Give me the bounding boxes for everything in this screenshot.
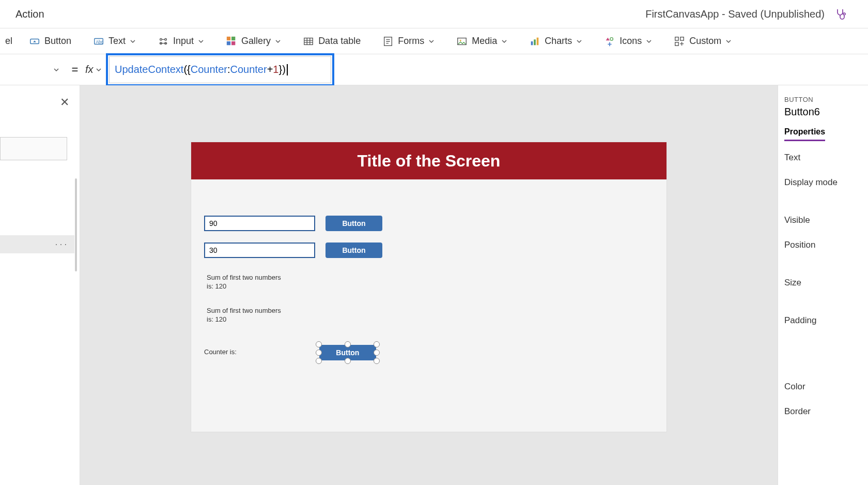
chevron-down-icon <box>428 38 435 44</box>
chevron-down-icon <box>576 38 582 44</box>
scrollbar[interactable] <box>75 178 77 271</box>
insert-forms-label: Forms <box>398 36 424 47</box>
insert-gallery[interactable]: Gallery <box>223 34 284 49</box>
resize-handle[interactable] <box>374 341 380 347</box>
svg-rect-17 <box>534 39 536 45</box>
prop-visible[interactable]: Visible <box>784 215 862 225</box>
svg-rect-16 <box>531 41 533 45</box>
formula-token-close: }) <box>278 64 285 75</box>
insert-custom-label: Custom <box>689 36 721 47</box>
resize-handle[interactable] <box>316 358 322 364</box>
resize-handle[interactable] <box>316 350 322 356</box>
resize-handle[interactable] <box>374 358 380 364</box>
formula-token-var: Counter <box>230 64 267 75</box>
svg-rect-9 <box>231 36 235 40</box>
app-screen[interactable]: Title of the Screen Button Button Sum of… <box>191 142 667 432</box>
menu-action[interactable]: Action <box>10 8 44 20</box>
left-tree-pane: ✕ · · · <box>0 85 80 485</box>
chevron-down-icon <box>275 38 281 44</box>
insert-toolbar: el Button Abc Text Input Gallery Data ta… <box>0 28 868 54</box>
insert-media-label: Media <box>472 36 497 47</box>
insert-button-label: Button <box>44 36 71 47</box>
property-selector[interactable] <box>0 59 65 81</box>
svg-rect-12 <box>304 38 313 44</box>
insert-forms[interactable]: Forms <box>379 34 438 49</box>
insert-charts[interactable]: Charts <box>526 34 585 49</box>
prop-position[interactable]: Position <box>784 240 862 250</box>
prop-border[interactable]: Border <box>784 406 862 417</box>
insert-gallery-label: Gallery <box>241 36 271 47</box>
svg-point-15 <box>460 39 461 41</box>
prop-padding[interactable]: Padding <box>784 315 862 326</box>
tree-search-input[interactable] <box>0 137 67 160</box>
insert-input-label: Input <box>173 36 194 47</box>
prop-text[interactable]: Text <box>784 153 862 163</box>
stethoscope-icon[interactable] <box>835 8 847 20</box>
resize-handle[interactable] <box>316 341 322 347</box>
canvas-button-1[interactable]: Button <box>326 216 382 231</box>
insert-charts-label: Charts <box>545 36 572 47</box>
resize-handle[interactable] <box>374 350 380 356</box>
selected-control[interactable]: Button <box>319 345 376 360</box>
chevron-down-icon <box>646 38 652 44</box>
control-name: Button6 <box>784 106 862 118</box>
icons-icon <box>604 36 615 47</box>
insert-datatable[interactable]: Data table <box>300 34 364 49</box>
sum-label-2: Sum of first two numbers is: 120 <box>207 307 284 324</box>
editor-body: ✕ · · · Title of the Screen Button Butto… <box>0 85 868 485</box>
insert-datatable-label: Data table <box>318 36 361 47</box>
svg-point-5 <box>165 38 167 40</box>
formula-bar: = fx UpdateContext({Counter: Counter + 1… <box>0 54 868 85</box>
chevron-down-icon <box>130 38 136 44</box>
canvas-button-2[interactable]: Button <box>326 242 382 258</box>
fx-text: fx <box>85 64 94 75</box>
formula-token-field: Counter <box>191 64 227 75</box>
resize-handle[interactable] <box>345 358 351 364</box>
text-input-1[interactable] <box>204 216 315 231</box>
tree-selected-item[interactable]: · · · <box>0 235 74 253</box>
svg-rect-20 <box>675 37 678 40</box>
formula-highlight-annotation: UpdateContext({Counter: Counter + 1}) <box>106 53 334 86</box>
formula-token-num: 1 <box>273 64 278 75</box>
media-icon <box>456 36 468 47</box>
ellipsis-icon[interactable]: · · · <box>55 240 67 249</box>
text-input-2[interactable] <box>204 242 315 258</box>
chevron-down-icon <box>198 38 204 44</box>
insert-button[interactable]: Button <box>26 34 74 49</box>
svg-rect-22 <box>675 42 678 45</box>
properties-tab[interactable]: Properties <box>784 127 825 141</box>
prop-size[interactable]: Size <box>784 278 862 288</box>
svg-text:Abc: Abc <box>96 39 103 44</box>
counter-label: Counter is: <box>204 348 237 357</box>
input-icon <box>158 36 169 47</box>
properties-pane: BUTTON Button6 Properties Text Display m… <box>778 85 868 485</box>
text-caret <box>287 64 288 75</box>
app-status: FirstCanvasApp - Saved (Unpublished) <box>645 8 825 20</box>
chevron-down-icon <box>96 67 102 73</box>
chevron-down-icon <box>725 38 732 44</box>
insert-custom[interactable]: Custom <box>671 34 735 49</box>
toolbar-left-fragment: el <box>5 36 10 47</box>
svg-rect-8 <box>227 36 230 40</box>
prop-color[interactable]: Color <box>784 382 862 392</box>
svg-rect-21 <box>680 37 684 40</box>
insert-input[interactable]: Input <box>154 34 207 49</box>
formula-input[interactable]: UpdateContext({Counter: Counter + 1}) <box>109 56 331 83</box>
fx-label[interactable]: fx <box>85 64 106 75</box>
svg-point-4 <box>160 38 162 40</box>
equals-sign: = <box>65 63 85 77</box>
button-icon <box>29 36 40 47</box>
forms-icon <box>382 36 394 47</box>
resize-handle[interactable] <box>345 341 351 347</box>
insert-icons[interactable]: Icons <box>601 34 655 49</box>
close-icon[interactable]: ✕ <box>60 96 69 109</box>
svg-rect-11 <box>231 41 235 45</box>
insert-media[interactable]: Media <box>453 34 510 49</box>
formula-token-plus: + <box>267 64 273 75</box>
svg-rect-18 <box>537 37 539 45</box>
insert-text[interactable]: Abc Text <box>90 34 139 49</box>
custom-icon <box>674 36 685 47</box>
chevron-down-icon <box>53 67 59 73</box>
formula-token-open: ({ <box>183 64 190 75</box>
prop-display-mode[interactable]: Display mode <box>784 177 862 188</box>
